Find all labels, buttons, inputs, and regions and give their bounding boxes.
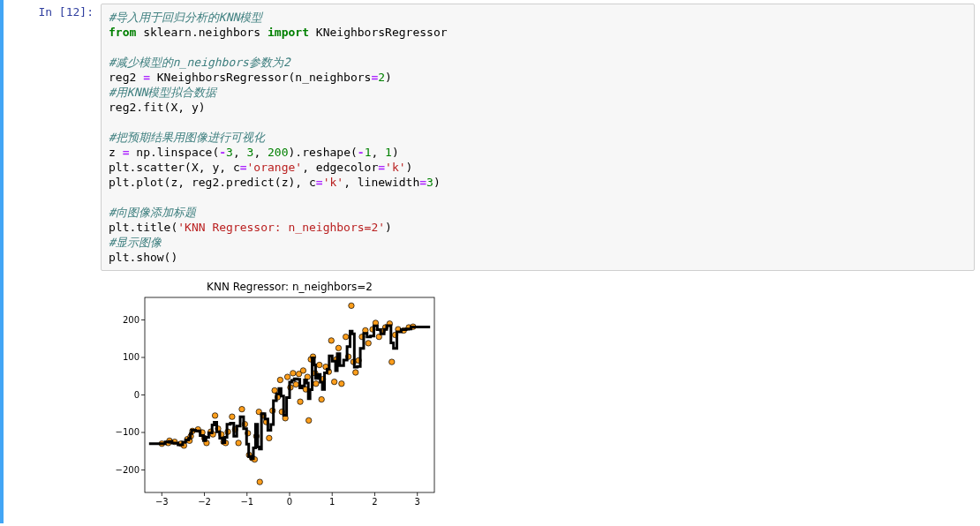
svg-point-65 bbox=[272, 387, 277, 393]
svg-text:−1: −1 bbox=[240, 497, 253, 507]
code-token: ) bbox=[433, 176, 441, 189]
svg-point-79 bbox=[306, 417, 312, 423]
svg-text:1: 1 bbox=[329, 497, 335, 507]
svg-point-70 bbox=[284, 374, 290, 379]
svg-point-49 bbox=[230, 414, 235, 419]
code-token: , bbox=[253, 146, 268, 159]
code-token: KNeighborsRegressor(n_neighbors bbox=[150, 71, 371, 84]
code-token: plt.plot(z, reg2.predict(z), c bbox=[109, 176, 316, 189]
code-token: 'k' bbox=[323, 176, 343, 189]
svg-point-63 bbox=[267, 435, 272, 440]
code-token: 1 bbox=[385, 146, 392, 159]
code-input[interactable]: #导入用于回归分析的KNN模型 from sklearn.neighbors i… bbox=[101, 4, 975, 271]
svg-point-76 bbox=[300, 368, 305, 373]
svg-point-52 bbox=[239, 406, 245, 411]
code-line: #用KNN模型拟合数据 bbox=[109, 86, 216, 99]
code-token: , edgecolor bbox=[302, 161, 378, 174]
svg-point-92 bbox=[335, 345, 341, 350]
code-token: KNeighborsRegressor bbox=[309, 26, 448, 39]
svg-text:100: 100 bbox=[123, 352, 139, 362]
cell-content: #导入用于回归分析的KNN模型 from sklearn.neighbors i… bbox=[101, 0, 980, 523]
code-token: ) bbox=[385, 221, 392, 234]
svg-text:−3: −3 bbox=[155, 497, 169, 507]
code-line: plt.show() bbox=[109, 251, 177, 264]
svg-point-51 bbox=[236, 440, 241, 446]
svg-text:0: 0 bbox=[287, 497, 292, 507]
svg-point-85 bbox=[319, 396, 324, 402]
code-token: - bbox=[358, 146, 365, 159]
code-token: plt.title( bbox=[109, 221, 177, 234]
svg-point-96 bbox=[349, 303, 354, 308]
svg-point-72 bbox=[290, 371, 296, 376]
chart-svg: KNN Regressor: n_neighbors=2−3−2−10123−2… bbox=[101, 278, 445, 512]
svg-point-43 bbox=[212, 413, 217, 418]
output-figure: KNN Regressor: n_neighbors=2−3−2−10123−2… bbox=[101, 278, 975, 515]
notebook-cell: In [12]: #导入用于回归分析的KNN模型 from sklearn.ne… bbox=[0, 0, 980, 523]
code-token: 200 bbox=[268, 146, 288, 159]
code-token: = bbox=[316, 176, 323, 189]
svg-point-60 bbox=[257, 479, 262, 485]
svg-point-84 bbox=[317, 362, 322, 367]
code-token: 'k' bbox=[385, 161, 405, 174]
code-token: ).reshape( bbox=[289, 146, 358, 159]
code-token: 2 bbox=[378, 71, 385, 84]
code-token: = bbox=[378, 161, 385, 174]
svg-point-98 bbox=[353, 370, 358, 375]
svg-point-73 bbox=[293, 381, 298, 387]
code-token: = bbox=[419, 176, 426, 189]
code-token: = bbox=[143, 71, 150, 84]
code-token: , bbox=[233, 146, 247, 159]
code-token: 'KNN Regressor: n_neighbors=2' bbox=[177, 221, 385, 234]
code-token: sklearn.neighbors bbox=[136, 26, 268, 39]
svg-point-83 bbox=[313, 381, 319, 387]
svg-point-102 bbox=[366, 341, 371, 346]
code-token: ) bbox=[392, 146, 399, 159]
svg-point-109 bbox=[389, 359, 395, 364]
code-token: import bbox=[268, 26, 309, 39]
prompt-text: In [12]: bbox=[38, 5, 94, 19]
svg-text:200: 200 bbox=[123, 315, 139, 325]
code-line: #向图像添加标题 bbox=[109, 206, 196, 219]
svg-point-93 bbox=[339, 381, 344, 387]
code-token: ) bbox=[385, 71, 392, 84]
code-token: 'orange' bbox=[247, 161, 303, 174]
svg-point-94 bbox=[343, 334, 348, 339]
code-token: - bbox=[219, 146, 226, 159]
input-prompt: In [12]: bbox=[4, 0, 101, 523]
svg-text:−200: −200 bbox=[116, 465, 139, 475]
svg-text:2: 2 bbox=[372, 497, 377, 507]
svg-text:3: 3 bbox=[415, 497, 420, 507]
svg-point-90 bbox=[331, 379, 336, 384]
svg-text:−2: −2 bbox=[198, 497, 211, 507]
code-token: ) bbox=[406, 161, 413, 174]
code-line: #减少模型的n_neighbors参数为2 bbox=[109, 56, 290, 69]
code-line: #导入用于回归分析的KNN模型 bbox=[109, 11, 262, 24]
svg-point-67 bbox=[277, 377, 283, 382]
code-line: reg2.fit(X, y) bbox=[109, 101, 206, 114]
code-line: #显示图像 bbox=[109, 236, 162, 249]
svg-text:0: 0 bbox=[134, 390, 139, 400]
code-token: plt.scatter(X, y, c bbox=[109, 161, 240, 174]
code-line: #把预期结果用图像进行可视化 bbox=[109, 131, 265, 144]
svg-text:KNN Regressor: n_neighbors=2: KNN Regressor: n_neighbors=2 bbox=[207, 281, 373, 293]
svg-text:−100: −100 bbox=[116, 427, 139, 437]
code-token: 3 bbox=[426, 176, 433, 189]
code-token: 3 bbox=[226, 146, 233, 159]
code-token: , bbox=[371, 146, 385, 159]
code-token: np.linspace( bbox=[129, 146, 219, 159]
code-token: = bbox=[240, 161, 247, 174]
code-token: , linewidth bbox=[343, 176, 419, 189]
code-token: from bbox=[109, 26, 136, 39]
code-token: reg2 bbox=[109, 71, 143, 84]
svg-point-89 bbox=[328, 338, 334, 343]
svg-point-75 bbox=[298, 399, 303, 404]
code-token: z bbox=[109, 146, 123, 159]
